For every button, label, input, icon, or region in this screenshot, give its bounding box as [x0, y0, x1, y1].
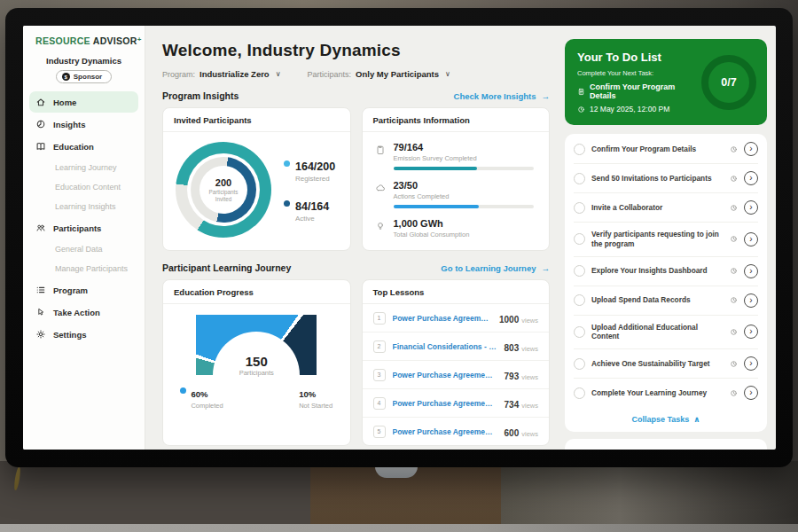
task-row[interactable]: Confirm Your Program Details ›: [574, 135, 758, 164]
task-row[interactable]: Send 50 Invitations to Participants ›: [574, 164, 758, 193]
task-row[interactable]: Invite a Collaborator ›: [574, 193, 758, 223]
legend-active: 84/164 Active: [284, 198, 335, 223]
task-checkbox[interactable]: [574, 233, 585, 245]
section-title: Participant Learning Journey: [162, 262, 291, 273]
sidebar-item-general-data[interactable]: General Data: [29, 239, 138, 259]
coin-icon: $: [62, 73, 70, 81]
task-open-button[interactable]: ›: [744, 325, 758, 339]
task-open-button[interactable]: ›: [744, 386, 758, 400]
task-row[interactable]: Upload Additional Educational Content ›: [574, 316, 758, 350]
task-open-button[interactable]: ›: [744, 264, 758, 278]
monitor-bezel: RESOURCE ADVISOR+ Industry Dynamics $ Sp…: [5, 8, 793, 467]
sidebar-item-education[interactable]: Education: [29, 136, 138, 157]
book-icon: [35, 141, 46, 152]
sidebar-item-program[interactable]: Program: [29, 279, 138, 301]
clock-icon: [730, 235, 738, 243]
chevron-right-icon: ›: [749, 203, 752, 212]
chevron-down-icon: ∨: [276, 70, 281, 78]
task-label: Upload Spend Data Records: [591, 295, 724, 305]
task-checkbox[interactable]: [574, 202, 585, 214]
sidebar-item-education-content[interactable]: Education Content: [29, 177, 138, 197]
program-filter[interactable]: Program: Industrialize Zero ∨: [162, 69, 281, 79]
views-count: 1000: [499, 315, 519, 325]
task-row[interactable]: Complete Your Learning Journey ›: [574, 379, 758, 407]
sidebar-item-learning-journey[interactable]: Learning Journey: [29, 158, 138, 177]
card-title: Invited Participants: [163, 108, 350, 132]
views-suffix: views: [521, 402, 538, 410]
logo-text-primary: RESOURCE: [35, 35, 90, 46]
clock-icon: [730, 204, 738, 212]
task-row[interactable]: Achieve One Sustainability Target ›: [574, 349, 758, 379]
legend-label: Completed: [191, 402, 223, 410]
legend-value: 84/164: [295, 200, 329, 213]
legend-pct: 10%: [299, 389, 316, 399]
page-title: Welcome, Industry Dynamics: [162, 41, 550, 60]
program-insights-header: Program Insights Check More Insights →: [162, 90, 550, 101]
lesson-link[interactable]: Power Purchase Agreements 101: [393, 371, 497, 379]
task-open-button[interactable]: ›: [744, 232, 758, 246]
sidebar-item-label: Take Action: [53, 308, 100, 317]
lesson-link[interactable]: Power Purchase Agreements 101: [393, 314, 492, 323]
legend-label: Not Started: [299, 402, 332, 410]
link-label: Go to Learning Journey: [441, 263, 536, 273]
dashboard-screen: RESOURCE ADVISOR+ Industry Dynamics $ Sp…: [23, 26, 776, 450]
task-open-button[interactable]: ›: [744, 356, 758, 371]
chevron-right-icon: ›: [749, 296, 752, 305]
task-open-button[interactable]: ›: [744, 200, 758, 215]
task-checkbox[interactable]: [574, 387, 585, 399]
legend-dot: [180, 387, 186, 394]
task-open-button[interactable]: ›: [744, 142, 758, 156]
task-open-button[interactable]: ›: [744, 293, 758, 308]
global-consumption-stat: 1,000 GWh Total Global Consumption: [375, 218, 537, 243]
lesson-link[interactable]: Power Purchase Agreements 102: [393, 399, 497, 408]
sidebar-item-learning-insights[interactable]: Learning Insights: [29, 197, 138, 216]
task-label: Verify participants requesting to join t…: [591, 230, 724, 249]
stat-label: Actions Completed: [394, 192, 534, 200]
task-checkbox[interactable]: [574, 265, 585, 277]
lesson-link[interactable]: Financial Considerations - VPPAs: [393, 342, 497, 351]
check-more-insights-link[interactable]: Check More Insights →: [454, 91, 550, 101]
sidebar-item-take-action[interactable]: Take Action: [29, 301, 138, 323]
go-to-learning-journey-link[interactable]: Go to Learning Journey →: [441, 263, 550, 273]
participants-filter[interactable]: Participants: Only My Participants ∨: [308, 69, 450, 79]
progress-bar: [394, 205, 534, 208]
task-checkbox[interactable]: [574, 294, 585, 306]
sidebar-item-insights[interactable]: Insights: [29, 113, 138, 135]
sidebar-item-settings[interactable]: Settings: [29, 324, 138, 345]
task-checkbox[interactable]: [574, 358, 585, 370]
participants-information-card: Participants Information 79/164 Emission…: [362, 107, 551, 251]
clock-icon: [730, 389, 738, 397]
rank-badge: 2: [373, 340, 386, 353]
sidebar-item-label: Education: [53, 142, 94, 152]
task-label: Upload Additional Educational Content: [591, 323, 724, 342]
task-checkbox[interactable]: [574, 144, 585, 155]
card-title: Education Progress: [163, 280, 350, 304]
task-checkbox[interactable]: [574, 326, 585, 338]
program-filter-label: Program:: [162, 70, 195, 79]
sidebar-item-manage-participants[interactable]: Manage Participants: [29, 259, 138, 278]
sidebar-item-participants[interactable]: Participants: [29, 217, 138, 239]
lesson-row: 2 Financial Considerations - VPPAs 803vi…: [363, 332, 550, 361]
task-row[interactable]: Upload Spend Data Records ›: [574, 286, 758, 316]
stat-value: 79/164: [394, 142, 534, 153]
lesson-row: 1 Power Purchase Agreements 101 1000view…: [363, 304, 550, 332]
sidebar-item-label: Participants: [53, 223, 101, 233]
gear-icon: [35, 329, 46, 340]
chevron-right-icon: ›: [749, 359, 752, 368]
rank-badge: 5: [373, 426, 386, 438]
chevron-right-icon: ›: [749, 235, 752, 244]
collapse-tasks-link[interactable]: Collapse Tasks ∧: [574, 407, 758, 431]
task-checkbox[interactable]: [574, 173, 585, 184]
task-row[interactable]: Verify participants requesting to join t…: [574, 223, 758, 257]
views-suffix: views: [521, 345, 538, 353]
sidebar-item-home[interactable]: Home: [29, 91, 138, 113]
task-row[interactable]: Explore Your Insights Dashboard ›: [574, 257, 758, 286]
lesson-link[interactable]: Power Purchase Agreements 103: [393, 427, 497, 436]
task-open-button[interactable]: ›: [744, 171, 758, 185]
task-label: Invite a Collaborator: [591, 203, 724, 213]
invited-participants-donut-chart: 200 Participants Invited: [176, 142, 271, 238]
progress-bar: [394, 167, 534, 170]
card-title: Top Lessons: [363, 280, 550, 304]
chevron-right-icon: ›: [749, 388, 752, 397]
todo-summary-card: Your To Do List Complete Your Next Task:…: [565, 39, 767, 125]
